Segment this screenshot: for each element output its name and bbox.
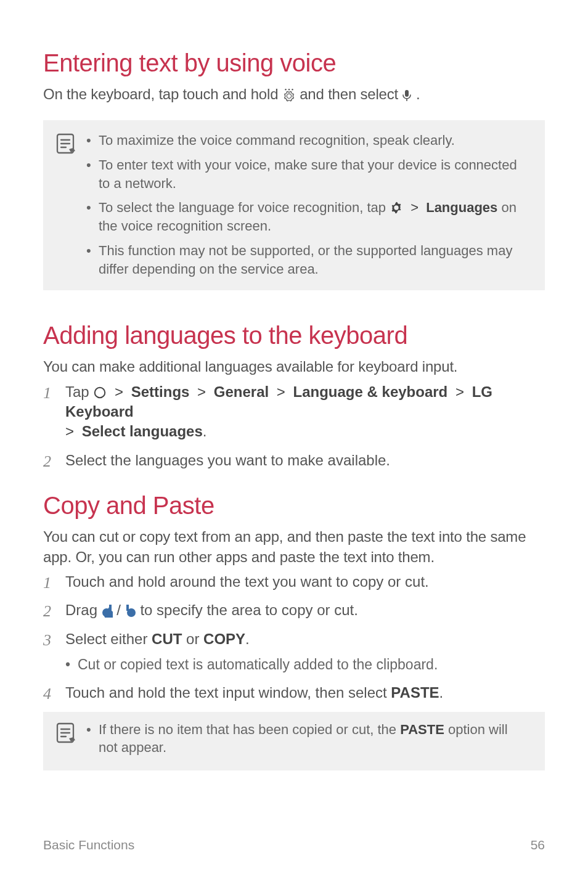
voice-note-4: This function may not be supported, or t… — [86, 242, 530, 278]
gt: > — [115, 382, 123, 402]
step-num-1: 1 — [43, 382, 51, 404]
step-num-2: 2 — [43, 600, 51, 622]
svg-point-9 — [95, 387, 105, 398]
voice-intro-text-c: . — [416, 86, 420, 102]
gt: > — [410, 198, 419, 217]
addlang-s2: Select the languages you want to make av… — [65, 452, 390, 468]
cp-s2-c: to specify the area to copy or cut. — [140, 602, 358, 618]
cp-s3-or: or — [186, 631, 203, 647]
copypaste-intro: You can cut or copy text from an app, an… — [43, 527, 545, 567]
cp-s3-a: Select either — [65, 631, 152, 647]
addlang-s1-a: Tap — [65, 383, 93, 400]
cp-s3-dot: . — [245, 631, 250, 647]
circle-icon — [93, 386, 107, 399]
heading-addlang: Adding languages to the keyboard — [43, 319, 545, 352]
cp-step-1: 1 Touch and hold around the text you wan… — [43, 572, 545, 592]
step-num-2: 2 — [43, 451, 51, 472]
gt: > — [455, 382, 464, 402]
voice-note-2: To enter text with your voice, make sure… — [86, 156, 530, 192]
note-icon — [55, 133, 78, 155]
footer-right: 56 — [531, 836, 545, 854]
svg-point-2 — [292, 89, 293, 90]
addlang-general: General — [214, 383, 269, 400]
addlang-dot: . — [203, 423, 207, 439]
copypaste-steps: 1 Touch and hold around the text you wan… — [43, 572, 545, 703]
cp-copy: COPY — [203, 631, 245, 647]
svg-rect-11 — [109, 605, 112, 611]
step-num-1: 1 — [43, 572, 51, 594]
gt: > — [65, 422, 74, 441]
heading-voice: Entering text by using voice — [43, 46, 545, 80]
drag-handle-left-icon — [102, 604, 113, 618]
note-box-paste: If there is no item that has been copied… — [43, 712, 545, 770]
addlang-step-1: 1 Tap > Settings > General > Language & … — [43, 382, 545, 442]
paste-note-a: If there is no item that has been copied… — [99, 722, 400, 737]
gear-dots-icon — [282, 88, 296, 102]
voice-note-3: To select the language for voice recogni… — [86, 198, 530, 235]
paste-note-list: If there is no item that has been copied… — [86, 721, 530, 757]
addlang-langkb: Language & keyboard — [293, 383, 448, 400]
step-num-4: 4 — [43, 683, 51, 704]
cp-step-3: 3 Select either CUT or COPY. Cut or copi… — [43, 629, 545, 674]
addlang-intro: You can make additional languages availa… — [43, 357, 545, 377]
cp-s4-a: Touch and hold the text input window, th… — [65, 684, 391, 701]
addlang-step-2: 2 Select the languages you want to make … — [43, 451, 545, 470]
voice-intro: On the keyboard, tap touch and hold and … — [43, 84, 545, 104]
addlang-sel: Select languages — [82, 423, 203, 439]
cp-s3-sub: Cut or copied text is automatically adde… — [65, 655, 545, 674]
section-voice: Entering text by using voice On the keyb… — [43, 46, 545, 290]
paste-note: If there is no item that has been copied… — [86, 721, 530, 757]
cp-step-2: 2 Drag / to specify the area to copy or … — [43, 600, 545, 620]
addlang-steps: 1 Tap > Settings > General > Language & … — [43, 382, 545, 471]
svg-point-1 — [288, 89, 290, 90]
note-box-voice: To maximize the voice command recognitio… — [43, 120, 545, 290]
step-num-3: 3 — [43, 629, 51, 651]
cp-s4-dot: . — [439, 684, 444, 701]
footer-left: Basic Functions — [43, 836, 134, 854]
svg-point-0 — [285, 89, 286, 90]
cp-cut: CUT — [152, 631, 182, 647]
drag-handle-right-icon — [125, 604, 136, 618]
cp-step-4: 4 Touch and hold the text input window, … — [43, 683, 545, 703]
voice-intro-text-a: On the keyboard, tap touch and hold — [43, 86, 282, 102]
cp-s2-a: Drag — [65, 602, 102, 618]
voice-note-list: To maximize the voice command recognitio… — [86, 131, 530, 278]
voice-note-1: To maximize the voice command recognitio… — [86, 131, 530, 150]
svg-rect-3 — [405, 90, 409, 97]
voice-intro-text-b: and then select — [300, 86, 402, 102]
cp-s1: Touch and hold around the text you want … — [65, 573, 429, 590]
addlang-settings: Settings — [131, 383, 190, 400]
paste-note-bold: PASTE — [400, 722, 444, 737]
voice-note-3-bold: Languages — [426, 200, 497, 215]
cp-paste: PASTE — [391, 684, 439, 701]
microphone-icon — [402, 89, 412, 102]
heading-copypaste: Copy and Paste — [43, 489, 545, 522]
section-copypaste: Copy and Paste You can cut or copy text … — [43, 489, 545, 770]
gear-bold-icon — [390, 201, 403, 214]
gt: > — [197, 382, 206, 402]
footer: Basic Functions 56 — [43, 836, 545, 854]
cp-s2-b: / — [116, 602, 125, 618]
section-addlang: Adding languages to the keyboard You can… — [43, 319, 545, 470]
svg-rect-13 — [126, 605, 129, 611]
voice-note-3-a: To select the language for voice recogni… — [99, 200, 390, 215]
note-icon — [55, 722, 78, 744]
gt: > — [277, 382, 285, 402]
cp-s3-sublist: Cut or copied text is automatically adde… — [65, 655, 545, 674]
